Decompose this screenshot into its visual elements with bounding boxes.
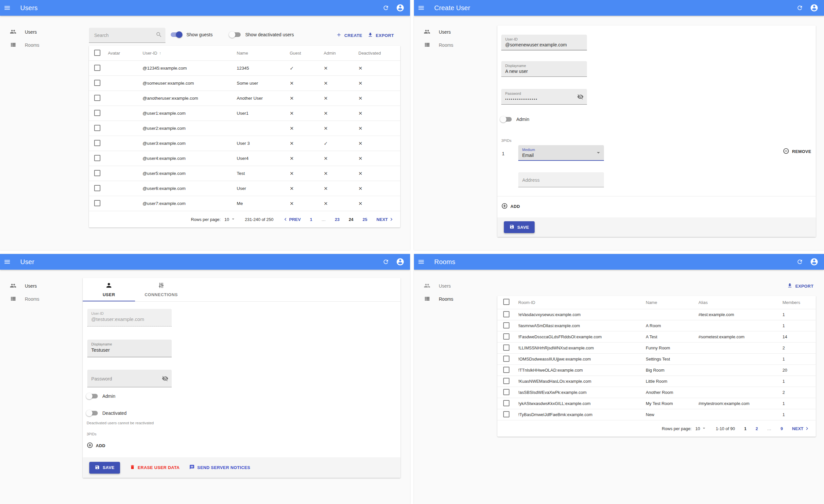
visibility-off-icon[interactable] bbox=[577, 94, 584, 100]
page-link[interactable]: 2 bbox=[756, 426, 758, 431]
table-row[interactable]: !eVasdacvxysewus:example.com#test:exampl… bbox=[497, 309, 816, 320]
rows-per-page-select[interactable]: Rows per page: 10 bbox=[191, 216, 236, 223]
sidebar-item-users[interactable]: Users bbox=[0, 25, 81, 38]
row-checkbox[interactable] bbox=[503, 322, 509, 329]
deactivated-toggle[interactable] bbox=[86, 410, 98, 416]
row-checkbox[interactable] bbox=[94, 65, 100, 71]
sidebar-item-users[interactable]: Users bbox=[0, 279, 81, 292]
row-checkbox[interactable] bbox=[94, 170, 100, 176]
col-header-guest[interactable]: Guest bbox=[290, 51, 324, 55]
table-row[interactable]: @user2:example.com✕✕✕ bbox=[89, 121, 400, 136]
refresh-icon[interactable] bbox=[379, 255, 393, 269]
row-checkbox[interactable] bbox=[503, 334, 509, 340]
create-button[interactable]: CREATE bbox=[336, 32, 362, 38]
row-checkbox[interactable] bbox=[94, 80, 100, 86]
table-row[interactable]: @user3:example.comUser 3✕✓✕ bbox=[89, 136, 400, 151]
search-input[interactable] bbox=[94, 32, 156, 38]
row-checkbox[interactable] bbox=[94, 125, 100, 131]
table-row[interactable]: @anotheruser:example.comAnother User✕✕✕ bbox=[89, 91, 400, 106]
row-checkbox[interactable] bbox=[94, 140, 100, 146]
row-checkbox[interactable] bbox=[503, 411, 509, 417]
password-field[interactable]: Password ••••••••••••••••• bbox=[501, 89, 587, 105]
refresh-icon[interactable] bbox=[379, 1, 393, 15]
row-checkbox[interactable] bbox=[503, 400, 509, 406]
erase-user-data-button[interactable]: ERASE USER DATA bbox=[130, 465, 180, 471]
refresh-icon[interactable] bbox=[793, 1, 807, 15]
table-row[interactable]: @user4:example.comUser4✕✕✕ bbox=[89, 151, 400, 166]
address-field[interactable]: Address bbox=[518, 172, 604, 187]
account-circle-icon[interactable] bbox=[807, 1, 821, 15]
sidebar-item-users[interactable]: Users bbox=[414, 25, 495, 38]
show-guests-toggle[interactable] bbox=[170, 31, 183, 38]
table-row[interactable]: !FasdweDssccaGLdsFRddsOl:example.comA Te… bbox=[497, 332, 816, 343]
table-row[interactable]: @user5:example.comTest✕✕✕ bbox=[89, 166, 400, 181]
medium-select[interactable]: Medium Email bbox=[518, 145, 604, 161]
displayname-field[interactable]: Displayname A new user bbox=[501, 61, 587, 77]
row-checkbox[interactable] bbox=[94, 95, 100, 101]
next-page-button[interactable]: NEXT bbox=[792, 425, 810, 431]
menu-icon[interactable] bbox=[414, 255, 428, 269]
table-row[interactable]: !OMSDsdweassIlUUjjwe:example.comSettings… bbox=[497, 354, 816, 365]
col-header-room-id[interactable]: Room-ID bbox=[518, 300, 646, 305]
sidebar-item-users[interactable]: Users bbox=[414, 279, 495, 292]
export-button[interactable]: EXPORT bbox=[787, 283, 814, 289]
row-checkbox[interactable] bbox=[503, 367, 509, 373]
col-header-members[interactable]: Members bbox=[783, 300, 816, 305]
page-link[interactable]: 25 bbox=[363, 217, 367, 222]
export-button[interactable]: EXPORT bbox=[368, 32, 394, 38]
sidebar-item-rooms[interactable]: Rooms bbox=[414, 292, 495, 305]
password-field[interactable]: Password bbox=[87, 370, 172, 387]
account-circle-icon[interactable] bbox=[393, 1, 407, 15]
add-threepid-button[interactable]: ADD bbox=[501, 203, 520, 210]
admin-toggle[interactable] bbox=[500, 116, 512, 123]
row-checkbox[interactable] bbox=[503, 345, 509, 351]
account-circle-icon[interactable] bbox=[807, 255, 821, 269]
select-all-checkbox[interactable] bbox=[94, 50, 100, 56]
table-row[interactable]: @user6:example.comUser✕✕✕ bbox=[89, 181, 400, 196]
menu-icon[interactable] bbox=[414, 1, 428, 15]
row-checkbox[interactable] bbox=[503, 378, 509, 384]
row-checkbox[interactable] bbox=[503, 389, 509, 395]
save-button[interactable]: SAVE bbox=[504, 221, 535, 233]
table-row[interactable]: @someuser:example.comSome user✕✕✕ bbox=[89, 76, 400, 91]
page-link[interactable]: 9 bbox=[781, 426, 783, 431]
sidebar-item-rooms[interactable]: Rooms bbox=[0, 292, 81, 305]
tab-user[interactable]: USER bbox=[83, 278, 135, 301]
col-header-deactivated[interactable]: Deactivated bbox=[358, 51, 400, 55]
table-row[interactable]: !KuasNWEMasdHasLOs:example.comLittle Roo… bbox=[497, 376, 816, 387]
row-checkbox[interactable] bbox=[94, 155, 100, 161]
add-threepid-button[interactable]: ADD bbox=[87, 442, 105, 450]
send-server-notices-button[interactable]: SEND SERVER NOTICES bbox=[189, 465, 250, 471]
rows-per-page-select[interactable]: Rows per page: 10 bbox=[662, 425, 707, 432]
col-header-name[interactable]: Name bbox=[646, 300, 699, 305]
user-id-field[interactable]: User-ID @somenewuser:example.com bbox=[501, 35, 587, 50]
table-row[interactable]: !ykAStwxasdwsKkxGILL:example.comMy Test … bbox=[497, 398, 816, 409]
sidebar-item-rooms[interactable]: Rooms bbox=[0, 38, 81, 52]
page-link[interactable]: 23 bbox=[335, 217, 339, 222]
row-checkbox[interactable] bbox=[503, 311, 509, 318]
visibility-off-icon[interactable] bbox=[162, 375, 169, 382]
account-circle-icon[interactable] bbox=[393, 255, 407, 269]
menu-icon[interactable] bbox=[0, 1, 14, 15]
table-row[interactable]: !lasmnwASmDllasi:example.comA Room1 bbox=[497, 320, 816, 332]
table-row[interactable]: @12345:example.com12345✓✕✕ bbox=[89, 61, 400, 76]
col-header-admin[interactable]: Admin bbox=[324, 51, 358, 55]
sidebar-item-rooms[interactable]: Rooms bbox=[414, 38, 495, 52]
admin-toggle[interactable] bbox=[86, 393, 98, 399]
table-row[interactable]: @user1:example.comUser1✕✕✕ bbox=[89, 106, 400, 121]
menu-icon[interactable] bbox=[0, 255, 14, 269]
col-header-user-id[interactable]: User-ID↑ bbox=[142, 51, 237, 55]
page-link[interactable]: 1 bbox=[310, 217, 312, 222]
table-row[interactable]: !TyBasDmweIJdfFaeBmk:example.comNew1 bbox=[497, 409, 816, 420]
table-row[interactable]: @user7:example.comMe✕✕✕ bbox=[89, 196, 400, 211]
col-header-name[interactable]: Name bbox=[237, 51, 290, 55]
table-row[interactable]: !asSBSlsdWEvaXwPk:example.comAnother Roo… bbox=[497, 387, 816, 398]
remove-threepid-button[interactable]: REMOVE bbox=[783, 148, 811, 155]
row-checkbox[interactable] bbox=[94, 110, 100, 116]
refresh-icon[interactable] bbox=[793, 255, 807, 269]
row-checkbox[interactable] bbox=[94, 185, 100, 191]
select-all-checkbox[interactable] bbox=[503, 299, 509, 305]
save-button[interactable]: SAVE bbox=[89, 462, 120, 474]
displayname-field[interactable]: Displayname Testuser bbox=[87, 340, 172, 357]
show-deactivated-toggle[interactable] bbox=[229, 31, 241, 38]
